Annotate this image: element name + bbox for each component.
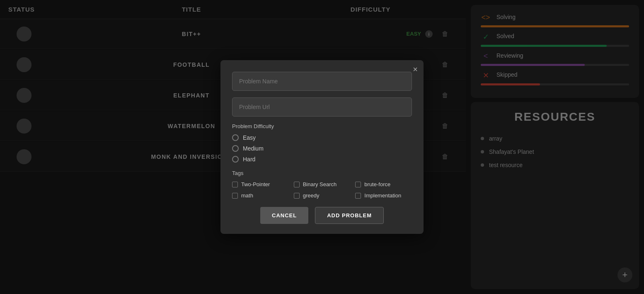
tag-implementation[interactable]: Implementation — [355, 192, 412, 199]
tag-brute-force[interactable]: brute-force — [355, 181, 412, 187]
difficulty-radio-group: Easy Medium Hard — [232, 134, 412, 163]
tag-checkbox-binary-search — [294, 182, 300, 187]
tag-math[interactable]: math — [232, 192, 289, 199]
tag-label: Implementation — [364, 192, 401, 199]
add-problem-button[interactable]: ADD PROBLEM — [315, 207, 384, 224]
modal-overlay: × Problem Difficulty Easy Medium Hard Ta… — [0, 0, 644, 294]
tag-two-pointer[interactable]: Two-Pointer — [232, 181, 289, 187]
radio-circle-easy — [232, 134, 239, 141]
tag-label: Binary Search — [303, 181, 337, 187]
radio-easy[interactable]: Easy — [232, 134, 412, 141]
tag-label: brute-force — [364, 181, 390, 187]
tags-label: Tags — [232, 170, 412, 176]
tag-checkbox-greedy — [294, 193, 300, 199]
problem-url-input[interactable] — [232, 97, 412, 117]
radio-hard[interactable]: Hard — [232, 156, 412, 163]
radio-circle-hard — [232, 156, 239, 163]
tag-label: greedy — [303, 192, 320, 199]
tag-checkbox-brute-force — [355, 182, 361, 187]
tag-checkbox-two-pointer — [232, 182, 238, 187]
radio-hard-label: Hard — [243, 156, 255, 163]
tag-greedy[interactable]: greedy — [294, 192, 351, 199]
problem-name-input[interactable] — [232, 72, 412, 91]
add-problem-modal: × Problem Difficulty Easy Medium Hard Ta… — [220, 60, 424, 234]
tag-label: Two-Pointer — [241, 181, 270, 187]
tag-checkbox-math — [232, 193, 238, 199]
tag-checkbox-implementation — [355, 193, 361, 199]
tags-container: Two-Pointer Binary Search brute-force ma… — [232, 181, 412, 199]
radio-medium-label: Medium — [243, 145, 264, 152]
tag-label: math — [241, 192, 253, 199]
radio-easy-label: Easy — [243, 134, 256, 141]
radio-circle-medium — [232, 145, 239, 152]
tag-binary-search[interactable]: Binary Search — [294, 181, 351, 187]
tags-grid: Two-Pointer Binary Search brute-force ma… — [232, 181, 412, 199]
difficulty-section-label: Problem Difficulty — [232, 123, 412, 129]
modal-actions: CANCEL ADD PROBLEM — [232, 207, 412, 224]
radio-medium[interactable]: Medium — [232, 145, 412, 152]
modal-close-button[interactable]: × — [413, 65, 418, 73]
cancel-button[interactable]: CANCEL — [260, 207, 308, 224]
